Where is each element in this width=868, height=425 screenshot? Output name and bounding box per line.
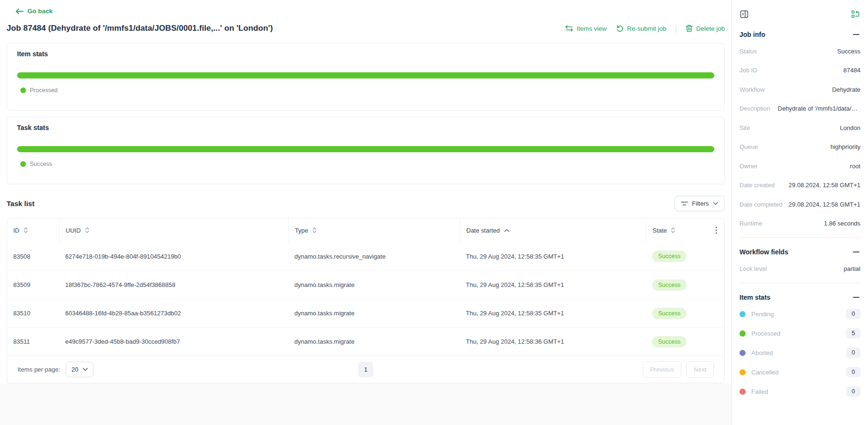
cell-date-started: Thu, 29 Aug 2024, 12:58:35 GMT+1: [460, 281, 646, 288]
sort-icon: [671, 227, 675, 233]
stat-label: Cancelled: [751, 369, 779, 376]
column-header-uuid[interactable]: UUID: [59, 218, 288, 242]
field-row-status: Status Success: [739, 42, 860, 61]
next-page-button[interactable]: Next: [686, 361, 714, 378]
pagination-bar: Items per page: 20 1 Previous Next: [7, 356, 724, 383]
table-row[interactable]: 83509 18f367bc-7862-4574-9ffe-2d54f38688…: [7, 270, 724, 299]
table-row[interactable]: 83508 6274e718-019b-494e-804f-8910454219…: [7, 242, 724, 270]
job-actions: Items view Re-submit job Delete job: [565, 25, 725, 33]
go-back-link[interactable]: Go back: [16, 8, 52, 15]
item-stats-title: Item stats: [17, 50, 714, 58]
processed-legend-dot-icon: [20, 87, 26, 93]
stat-label: Aborted: [751, 349, 773, 356]
cell-uuid: 18f367bc-7862-4574-9ffe-2d54f3868858: [59, 281, 288, 288]
field-label: Workflow: [739, 86, 765, 93]
field-value: 29.08.2024, 12:58 GMT+1: [789, 201, 860, 208]
table-header-row: ID UUID Type Date started State: [7, 218, 724, 242]
stat-row-pending: Pending 0: [739, 304, 860, 324]
field-value: 87484: [843, 67, 860, 74]
processed-dot-icon: [739, 330, 746, 337]
field-row-owner: Owner root: [739, 156, 860, 176]
task-stats-legend: Success: [20, 161, 714, 167]
column-header-type[interactable]: Type: [288, 218, 460, 242]
sidebar-item-stats-title: Item stats: [739, 294, 770, 301]
stat-label: Pending: [751, 311, 774, 318]
collapse-panel-icon[interactable]: [739, 9, 749, 19]
cell-type: dynamo.tasks.migrate: [288, 338, 460, 345]
table-options-kebab-icon[interactable]: [714, 226, 718, 234]
cell-type: dynamo.tasks.recursive_navigate: [288, 253, 460, 260]
cell-date-started: Thu, 29 Aug 2024, 12:58:35 GMT+1: [460, 310, 646, 317]
cell-state: Success: [646, 336, 724, 347]
item-stats-legend-label: Processed: [30, 87, 58, 94]
stat-row-aborted: Aborted 0: [739, 343, 860, 363]
aborted-dot-icon: [739, 350, 746, 356]
column-label-state: State: [653, 227, 667, 234]
workflow-fields-title: Workflow fields: [739, 248, 788, 256]
cell-date-started: Thu, 29 Aug 2024, 12:58:35 GMT+1: [460, 253, 646, 260]
sort-icon: [312, 227, 317, 233]
field-value: 29.08.2024, 12:58 GMT+1: [789, 182, 860, 189]
job-info-sidebar: Job info Status Success Job ID 87484 Wor…: [731, 0, 868, 425]
table-row[interactable]: 83511 e49c9577-3ded-45b8-bad9-30cced908f…: [7, 327, 724, 356]
status-badge: Success: [652, 336, 687, 347]
main-content: Go back Job 87484 (Dehydrate of '/mmfs1/…: [0, 0, 731, 425]
stat-label: Failed: [751, 388, 768, 395]
items-view-label: Items view: [576, 25, 607, 32]
field-row-runtime: Runtime 1.86 seconds: [739, 214, 860, 234]
items-view-button[interactable]: Items view: [565, 25, 607, 32]
resubmit-job-button[interactable]: Re-submit job: [616, 25, 666, 32]
page-background-filler: [0, 383, 731, 425]
stat-row-failed: Failed 0: [739, 382, 860, 401]
sort-icon: [85, 227, 89, 233]
item-stats-legend: Processed: [20, 87, 714, 94]
field-value: Success: [837, 48, 860, 55]
column-header-state[interactable]: State: [646, 218, 724, 242]
stat-count-badge: 0: [846, 347, 860, 358]
pager-buttons: Previous Next: [643, 361, 714, 378]
item-stats-progress-fill: [17, 72, 714, 78]
status-badge: Success: [652, 251, 687, 262]
delete-job-button[interactable]: Delete job: [686, 25, 725, 32]
title-row: Job 87484 (Dehydrate of '/mmfs1/data/JOB…: [7, 24, 725, 33]
table-row[interactable]: 83510 60346488-16fd-4b28-85aa-b3561273db…: [7, 299, 724, 327]
cell-id: 83509: [7, 281, 59, 288]
field-label: Runtime: [739, 220, 762, 227]
failed-dot-icon: [739, 389, 746, 395]
field-label: Owner: [739, 163, 757, 170]
filters-button[interactable]: Filters: [674, 196, 725, 211]
previous-page-button[interactable]: Previous: [643, 361, 682, 378]
cell-state: Success: [646, 279, 724, 291]
success-legend-dot-icon: [20, 161, 26, 167]
task-list-header: Task list Filters: [7, 196, 725, 211]
field-row-queue: Queue highpriority: [739, 138, 860, 157]
workflow-icon[interactable]: [851, 10, 860, 18]
stat-count-badge: 0: [846, 367, 860, 377]
collapse-section-icon[interactable]: [853, 31, 860, 38]
task-stats-card: Task stats Success: [7, 117, 725, 184]
collapse-section-icon[interactable]: [853, 294, 860, 301]
page-title: Job 87484 (Dehydrate of '/mmfs1/data/JOB…: [7, 24, 273, 33]
field-value: highpriority: [830, 143, 860, 150]
current-page-indicator[interactable]: 1: [358, 362, 373, 377]
field-row-workflow: Workflow Dehydrate: [739, 80, 860, 99]
field-label: Status: [739, 48, 757, 55]
field-label: Site: [739, 124, 750, 131]
stat-row-cancelled: Cancelled 0: [739, 363, 860, 382]
cell-id: 83510: [7, 310, 59, 317]
go-back-label: Go back: [27, 8, 52, 15]
collapse-section-icon[interactable]: [853, 248, 860, 256]
task-stats-title: Task stats: [17, 124, 714, 131]
field-value: partial: [844, 265, 860, 272]
column-header-id[interactable]: ID: [7, 218, 59, 242]
task-list-title: Task list: [7, 199, 34, 208]
items-per-page-select[interactable]: 20: [66, 362, 93, 377]
field-label: Job ID: [739, 67, 757, 74]
status-badge: Success: [652, 308, 687, 319]
field-value: Dehydrate: [832, 86, 860, 93]
column-label-date-started: Date started: [466, 227, 500, 234]
sidebar-toolbar: [739, 0, 860, 25]
column-header-date-started[interactable]: Date started: [460, 218, 646, 242]
column-label-type: Type: [295, 227, 308, 234]
item-stats-section-header: Item stats: [739, 290, 860, 304]
